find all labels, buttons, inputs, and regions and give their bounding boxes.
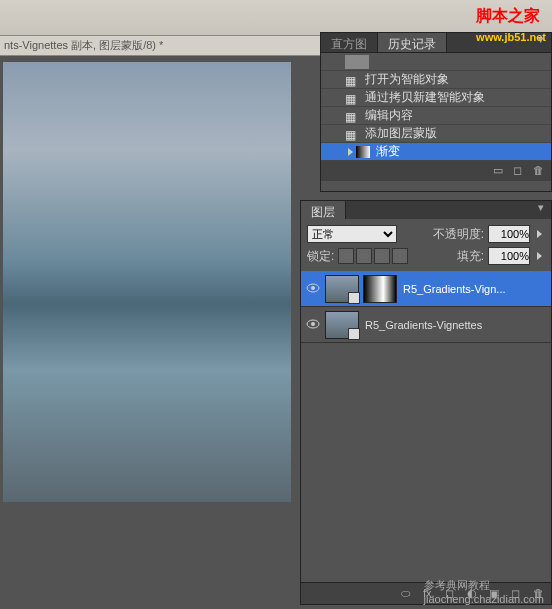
history-item[interactable]: ▦ 编辑内容	[321, 107, 551, 125]
lock-label: 锁定:	[307, 248, 334, 265]
layers-controls: 正常 不透明度: 锁定: 填充:	[301, 219, 551, 271]
watermark-bottom: 参考典网教程 jiaocheng.chazidian.com	[424, 578, 544, 605]
lock-image-icon[interactable]	[356, 248, 372, 264]
history-snapshot-thumb	[345, 55, 369, 69]
fill-label: 填充:	[457, 248, 484, 265]
layer-name[interactable]: R5_Gradients-Vignettes	[365, 319, 549, 331]
edit-icon: ▦	[345, 110, 359, 122]
opacity-slider-icon[interactable]	[537, 230, 542, 238]
fill-slider-icon[interactable]	[537, 252, 542, 260]
history-footer: ▭ ◻ 🗑	[321, 161, 551, 181]
lock-position-icon[interactable]	[374, 248, 390, 264]
history-item[interactable]: ▦ 添加图层蒙版	[321, 125, 551, 143]
history-panel: 直方图 历史记录 ▾ ▦ 打开为智能对象 ▦ 通过拷贝新建智能对象 ▦ 编辑内容…	[320, 32, 552, 192]
layer-list: R5_Gradients-Vign... R5_Gradients-Vignet…	[301, 271, 551, 343]
current-state-icon	[348, 148, 353, 156]
history-item-label: 打开为智能对象	[365, 71, 449, 88]
smart-object-icon: ▦	[345, 74, 359, 86]
eye-icon	[306, 283, 320, 293]
document-tab[interactable]: nts-Vignettes 副本, 图层蒙版/8) *	[4, 38, 163, 53]
history-item-label: 编辑内容	[365, 107, 413, 124]
create-document-icon[interactable]: ▭	[493, 164, 507, 178]
visibility-toggle[interactable]	[303, 283, 323, 295]
layers-panel: 图层 ▾ 正常 不透明度: 锁定: 填充:	[300, 200, 552, 605]
lock-icons	[338, 248, 408, 264]
svg-point-1	[311, 286, 315, 290]
fill-input[interactable]	[488, 247, 530, 265]
history-item[interactable]: ▦ 通过拷贝新建智能对象	[321, 89, 551, 107]
layer-thumbnail[interactable]	[325, 311, 359, 339]
history-list: ▦ 打开为智能对象 ▦ 通过拷贝新建智能对象 ▦ 编辑内容 ▦ 添加图层蒙版 渐…	[321, 53, 551, 161]
history-item[interactable]: 渐变	[321, 143, 551, 161]
opacity-input[interactable]	[488, 225, 530, 243]
history-item-label: 通过拷贝新建智能对象	[365, 89, 485, 106]
eye-icon	[306, 319, 320, 329]
history-item-label: 添加图层蒙版	[365, 125, 437, 142]
svg-point-3	[311, 322, 315, 326]
copy-icon: ▦	[345, 92, 359, 104]
link-layers-icon[interactable]: ⬭	[401, 587, 415, 601]
layer-mask-thumbnail[interactable]	[363, 275, 397, 303]
canvas-area	[0, 56, 294, 609]
history-item-label: 渐变	[376, 143, 400, 160]
layers-panel-header: 图层 ▾	[301, 201, 551, 219]
lock-transparency-icon[interactable]	[338, 248, 354, 264]
watermark-top: 脚本之家 www.jb51.net	[476, 6, 546, 45]
layer-item[interactable]: R5_Gradients-Vignettes	[301, 307, 551, 343]
gradient-icon	[356, 146, 370, 158]
new-snapshot-icon[interactable]: ◻	[513, 164, 527, 178]
layer-name[interactable]: R5_Gradients-Vign...	[403, 283, 549, 295]
history-item[interactable]	[321, 53, 551, 71]
blend-mode-select[interactable]: 正常	[307, 225, 397, 243]
visibility-toggle[interactable]	[303, 319, 323, 331]
document-image	[3, 62, 291, 502]
panel-menu-icon[interactable]: ▾	[531, 201, 551, 219]
tab-layers[interactable]: 图层	[301, 201, 346, 219]
tab-histogram[interactable]: 直方图	[321, 33, 378, 52]
trash-icon[interactable]: 🗑	[533, 164, 547, 178]
lock-all-icon[interactable]	[392, 248, 408, 264]
mask-icon: ▦	[345, 128, 359, 140]
layer-item[interactable]: R5_Gradients-Vign...	[301, 271, 551, 307]
opacity-label: 不透明度:	[433, 226, 484, 243]
tab-history[interactable]: 历史记录	[378, 33, 447, 52]
history-item[interactable]: ▦ 打开为智能对象	[321, 71, 551, 89]
options-bar	[0, 0, 552, 36]
layer-thumbnail[interactable]	[325, 275, 359, 303]
